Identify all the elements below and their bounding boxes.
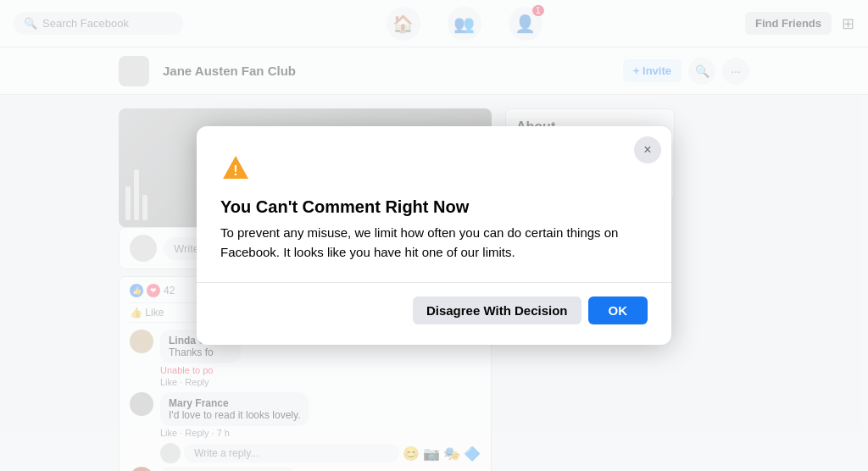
modal-footer: Disagree With Decision OK (197, 282, 671, 345)
modal-dialog: × ! You Can't Comment Right Now To preve… (197, 126, 671, 345)
close-button[interactable]: × (634, 136, 661, 163)
modal-body-text: To prevent any misuse, we limit how ofte… (220, 224, 648, 262)
modal-overlay: × ! You Can't Comment Right Now To preve… (0, 0, 868, 471)
modal-body: ! You Can't Comment Right Now To prevent… (197, 126, 671, 282)
warning-icon: ! (220, 153, 251, 184)
ok-button[interactable]: OK (588, 296, 648, 324)
disagree-button[interactable]: Disagree With Decision (413, 296, 581, 324)
modal-title: You Can't Comment Right Now (220, 197, 648, 217)
svg-text:!: ! (233, 163, 237, 178)
